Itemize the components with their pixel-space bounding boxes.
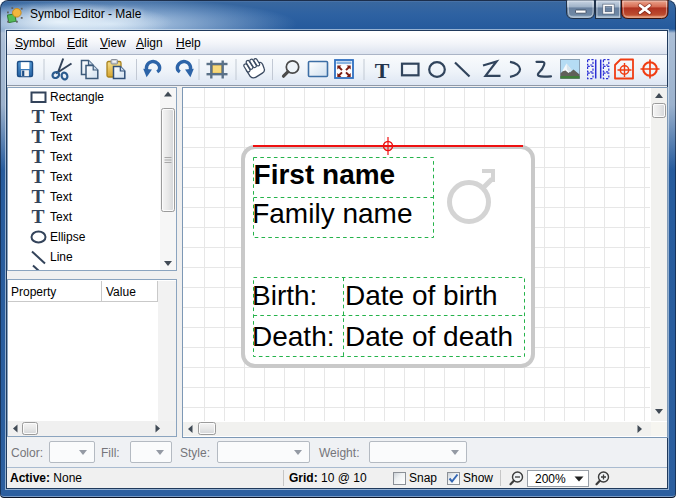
svg-text:T: T [31, 166, 44, 187]
svg-text:T: T [31, 146, 44, 167]
svg-text:T: T [31, 206, 44, 227]
svg-text:Death:: Death: [252, 321, 335, 352]
svg-text:Date of death: Date of death [345, 321, 513, 352]
svg-text:Date of birth: Date of birth [345, 280, 498, 311]
svg-text:T: T [31, 186, 44, 207]
svg-text:T: T [31, 126, 44, 147]
svg-text:Family name: Family name [252, 198, 412, 229]
svg-text:First name: First name [254, 159, 396, 190]
svg-text:T: T [31, 106, 44, 127]
svg-text:T: T [375, 58, 390, 83]
svg-text:Birth:: Birth: [252, 280, 317, 311]
